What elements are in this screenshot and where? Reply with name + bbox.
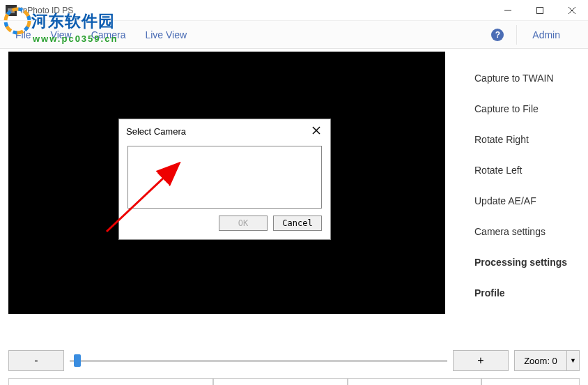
window-title: inPhoto ID PS [21,6,492,15]
dialog-close-button[interactable] [309,125,323,137]
dialog-buttons: OK Cancel [127,216,322,231]
sidebar-capture-file[interactable]: Capture to File [474,93,580,124]
help-icon[interactable]: ? [491,29,504,41]
sidebar-processing-settings[interactable]: Processing settings [474,247,580,278]
sidebar-camera-settings[interactable]: Camera settings [474,216,580,247]
sidebar-rotate-right[interactable]: Rotate Right [474,124,580,155]
ok-button[interactable]: OK [219,216,268,231]
titlebar: inPhoto ID PS [0,0,588,21]
zoom-slider-thumb[interactable] [74,354,81,367]
select-camera-dialog: Select Camera OK Cancel [118,119,331,240]
sidebar-rotate-left[interactable]: Rotate Left [474,155,580,186]
menu-file[interactable]: File [6,25,41,45]
dialog-titlebar: Select Camera [119,119,330,143]
menubar: File View Camera Live View ? Admin [0,21,588,49]
zoom-dropdown-button[interactable]: ▼ [566,351,579,370]
app-icon [6,5,17,16]
admin-button[interactable]: Admin [516,25,567,45]
window-controls [492,0,588,21]
minimize-button[interactable] [492,0,524,21]
sidebar: Capture to TWAIN Capture to File Rotate … [455,49,588,343]
zoom-display: Zoom: 0 ▼ [514,350,580,371]
zoom-controls: - + Zoom: 0 ▼ [0,350,588,371]
zoom-out-button[interactable]: - [8,350,64,371]
zoom-in-button[interactable]: + [453,350,509,371]
status-original: Original: [213,379,347,385]
zoom-value: Zoom: 0 [515,351,566,370]
menu-view[interactable]: View [41,25,82,45]
sidebar-update-ae-af[interactable]: Update AE/AF [474,186,580,216]
status-current: Current: [348,379,481,385]
sidebar-capture-twain[interactable]: Capture to TWAIN [474,63,580,93]
zoom-slider[interactable] [70,350,447,371]
camera-list[interactable] [127,146,322,209]
status-camera: Camera is not connected [8,379,213,385]
dialog-body: OK Cancel [119,143,330,239]
menu-camera[interactable]: Camera [82,25,136,45]
sidebar-profile[interactable]: Profile [474,278,580,308]
maximize-button[interactable] [524,0,556,21]
close-button[interactable] [556,0,588,21]
menu-live-view[interactable]: Live View [135,25,196,45]
svg-rect-3 [537,7,543,13]
svg-rect-1 [8,8,15,13]
statusbar: Camera is not connected Original: Curren… [8,378,580,385]
cancel-button[interactable]: Cancel [273,216,322,231]
dialog-title-text: Select Camera [126,126,186,137]
status-scale: Scale: 0% [481,379,580,385]
